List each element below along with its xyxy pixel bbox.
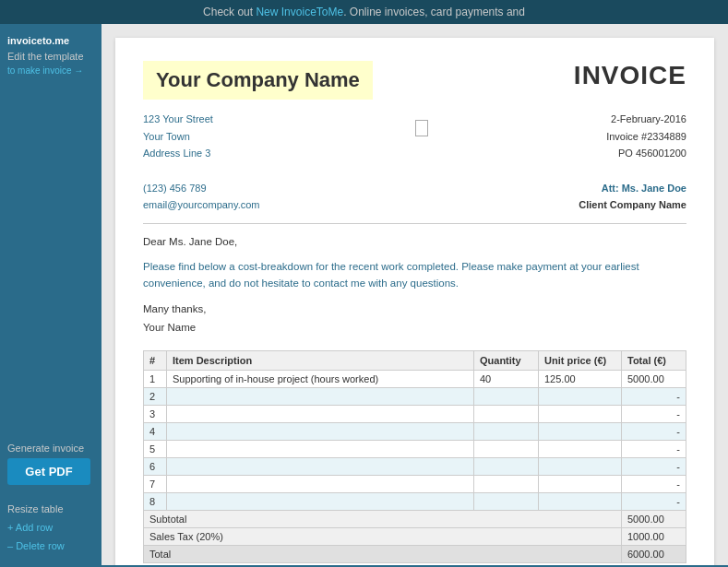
meta-date: 2-February-2016 <box>579 111 686 128</box>
total-value: 6000.00 <box>622 546 686 563</box>
row-desc[interactable] <box>167 476 474 493</box>
row-desc[interactable] <box>167 458 474 476</box>
sidebar-branding: invoiceto.me Edit the template to make i… <box>7 33 94 77</box>
total-label: Total <box>144 546 622 563</box>
row-unit[interactable] <box>539 441 622 458</box>
row-unit[interactable] <box>539 458 622 476</box>
invoice-header: Your Company Name INVOICE <box>143 61 686 100</box>
row-total: - <box>622 493 686 511</box>
row-unit[interactable] <box>539 476 622 493</box>
row-unit[interactable] <box>539 388 622 406</box>
from-city: Your Town <box>143 128 260 146</box>
letter-closing: Many thanks, Your Name <box>143 301 686 337</box>
row-qty[interactable] <box>474 406 539 423</box>
row-num: 6 <box>144 458 167 476</box>
row-desc[interactable] <box>167 388 474 406</box>
row-desc[interactable] <box>167 423 474 441</box>
total-row: Total 6000.00 <box>144 546 686 563</box>
to-address: 2-February-2016 Invoice #2334889 PO 4560… <box>579 111 686 214</box>
row-desc[interactable] <box>167 493 474 511</box>
invoice-paper: Your Company Name INVOICE 123 Your Stree… <box>115 38 714 565</box>
image-placeholder <box>415 120 428 136</box>
from-street: 123 Your Street <box>143 111 260 128</box>
row-desc[interactable] <box>167 441 474 458</box>
closing-line2: Your Name <box>143 319 686 337</box>
tax-value: 1000.00 <box>622 528 686 546</box>
col-num: # <box>144 351 167 371</box>
invoice-table: # Item Description Quantity Unit price (… <box>143 350 686 563</box>
row-desc[interactable] <box>167 406 474 423</box>
row-qty[interactable] <box>474 476 539 493</box>
get-pdf-button[interactable]: Get PDF <box>7 458 90 485</box>
letter-body-text: Please find below a cost-breakdown for t… <box>143 258 686 292</box>
row-unit[interactable]: 125.00 <box>539 371 622 388</box>
add-row-link[interactable]: + Add row <box>7 519 94 537</box>
generate-label: Generate invoice <box>7 443 94 454</box>
table-row: 5- <box>144 441 686 458</box>
row-total: - <box>622 476 686 493</box>
site-name: invoiceto.me <box>7 33 94 49</box>
table-row: 4- <box>144 423 686 441</box>
table-row: 3- <box>144 406 686 423</box>
edit-link[interactable]: to make invoice → <box>7 64 94 77</box>
subtotal-label: Subtotal <box>144 511 622 528</box>
row-num: 3 <box>144 406 167 423</box>
row-qty[interactable] <box>474 493 539 511</box>
banner-link[interactable]: New InvoiceToMe <box>256 6 343 18</box>
closing-line1: Many thanks, <box>143 301 686 319</box>
sidebar: invoiceto.me Edit the template to make i… <box>0 24 101 565</box>
row-total: 5000.00 <box>622 371 686 388</box>
col-qty: Quantity <box>474 351 539 371</box>
from-address: 123 Your Street Your Town Address Line 3… <box>143 111 260 214</box>
table-row: 6- <box>144 458 686 476</box>
from-email: email@yourcompany.com <box>143 196 260 214</box>
top-banner: Check out New InvoiceToMe. Online invoic… <box>0 0 728 24</box>
table-row: 1Supporting of in-house project (hours w… <box>144 371 686 388</box>
row-total: - <box>622 423 686 441</box>
banner-text: Check out <box>203 6 256 18</box>
invoice-title: INVOICE <box>574 61 686 90</box>
row-unit[interactable] <box>539 423 622 441</box>
row-total: - <box>622 441 686 458</box>
row-qty[interactable] <box>474 441 539 458</box>
subtotal-row: Subtotal 5000.00 <box>144 511 686 528</box>
col-total: Total (€) <box>622 351 686 371</box>
address-section: 123 Your Street Your Town Address Line 3… <box>143 111 686 214</box>
letter-salutation: Dear Ms. Jane Doe, <box>143 233 686 250</box>
meta-po: PO 456001200 <box>579 145 686 162</box>
subtotal-value: 5000.00 <box>622 511 686 528</box>
col-desc: Item Description <box>167 351 474 371</box>
row-qty[interactable] <box>474 458 539 476</box>
tax-row: Sales Tax (20%) 1000.00 <box>144 528 686 546</box>
letter-body: Dear Ms. Jane Doe, Please find below a c… <box>143 233 686 337</box>
tax-label: Sales Tax (20%) <box>144 528 622 546</box>
generate-section: Generate invoice Get PDF <box>7 443 94 485</box>
resize-section: Resize table + Add row – Delete row <box>7 503 94 556</box>
table-row: 8- <box>144 493 686 511</box>
row-desc[interactable]: Supporting of in-house project (hours wo… <box>167 371 474 388</box>
row-total: - <box>622 388 686 406</box>
to-company: Client Company Name <box>579 196 686 214</box>
invoice-area: Your Company Name INVOICE 123 Your Stree… <box>101 24 728 565</box>
row-total: - <box>622 406 686 423</box>
edit-label: Edit the template <box>7 49 94 65</box>
table-row: 7- <box>144 476 686 493</box>
row-qty[interactable]: 40 <box>474 371 539 388</box>
row-num: 2 <box>144 388 167 406</box>
company-name[interactable]: Your Company Name <box>143 61 373 100</box>
row-num: 4 <box>144 423 167 441</box>
row-qty[interactable] <box>474 423 539 441</box>
header-divider <box>143 223 686 224</box>
delete-row-link[interactable]: – Delete row <box>7 537 94 556</box>
meta-invoice-num: Invoice #2334889 <box>579 128 686 146</box>
row-num: 5 <box>144 441 167 458</box>
from-phone: (123) 456 789 <box>143 180 260 197</box>
row-num: 8 <box>144 493 167 511</box>
col-unit: Unit price (€) <box>539 351 622 371</box>
row-num: 1 <box>144 371 167 388</box>
row-qty[interactable] <box>474 388 539 406</box>
row-unit[interactable] <box>539 406 622 423</box>
from-address3: Address Line 3 <box>143 145 260 162</box>
to-att: Att: Ms. Jane Doe <box>579 180 686 197</box>
row-unit[interactable] <box>539 493 622 511</box>
